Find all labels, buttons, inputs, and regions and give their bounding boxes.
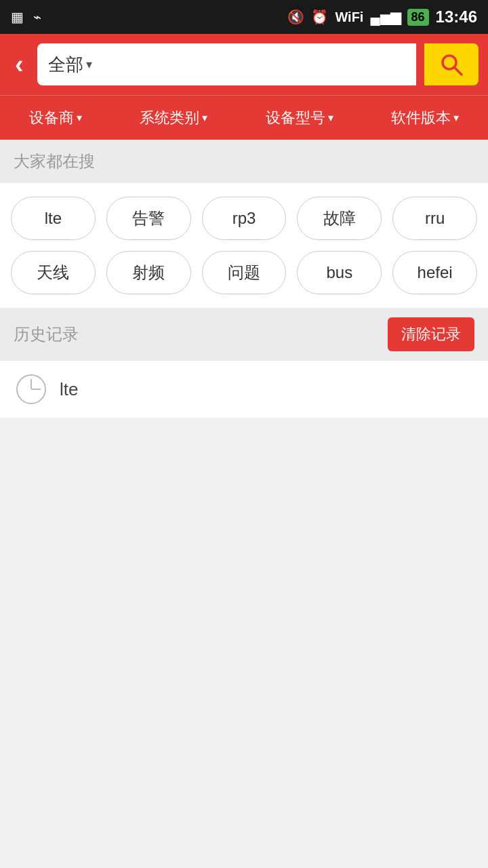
tags-row-2: 天线 射频 问题 bus hefei — [11, 251, 477, 294]
filter-software-version-arrow: ▾ — [453, 111, 459, 124]
tag-rru[interactable]: rru — [392, 197, 477, 240]
bottom-area — [0, 418, 488, 785]
history-list: lte — [0, 361, 488, 418]
history-title: 历史记录 — [14, 323, 79, 345]
filter-system-type-label: 系统类别 — [140, 108, 199, 128]
filter-bar: 设备商 ▾ 系统类别 ▾ 设备型号 ▾ 软件版本 ▾ — [0, 95, 488, 140]
category-dropdown-arrow: ▾ — [86, 57, 92, 72]
back-button[interactable]: ‹ — [9, 49, 29, 80]
wifi-icon: WiFi — [335, 9, 363, 25]
status-bar-left: ▦ ⌁ — [11, 9, 41, 25]
search-box: 全部 ▾ — [37, 43, 416, 85]
battery-box: 86 — [407, 9, 429, 26]
filter-vendor[interactable]: 设备商 ▾ — [22, 102, 89, 134]
filter-device-model-label: 设备型号 — [266, 108, 325, 128]
usb-icon: ⌁ — [33, 9, 41, 25]
filter-vendor-arrow: ▾ — [77, 111, 82, 124]
clear-history-button[interactable]: 清除记录 — [388, 317, 474, 351]
tag-problem[interactable]: 问题 — [202, 251, 287, 294]
search-category-label[interactable]: 全部 ▾ — [48, 53, 92, 77]
tag-antenna[interactable]: 天线 — [11, 251, 96, 294]
tag-frequency[interactable]: 射频 — [106, 251, 191, 294]
tags-container: lte 告警 rp3 故障 rru 天线 射频 问题 bus hefei — [0, 183, 488, 308]
search-input[interactable] — [98, 55, 405, 74]
tag-hefei[interactable]: hefei — [392, 251, 477, 294]
status-bar: ▦ ⌁ 🔇 ⏰ WiFi ▄▅▆ 86 13:46 — [0, 0, 488, 34]
battery-level: 86 — [407, 9, 429, 26]
svg-line-1 — [455, 68, 462, 75]
time-display: 13:46 — [436, 7, 477, 26]
search-button[interactable] — [424, 43, 479, 85]
tag-bus[interactable]: bus — [297, 251, 382, 294]
signal-icon: ▄▅▆ — [370, 9, 400, 25]
filter-device-model-arrow: ▾ — [328, 111, 333, 124]
mute-icon: 🔇 — [287, 9, 304, 25]
popular-section-label: 大家都在搜 — [0, 140, 488, 183]
tag-fault[interactable]: 故障 — [297, 197, 382, 240]
filter-device-model[interactable]: 设备型号 ▾ — [259, 102, 340, 134]
clock-icon — [16, 374, 46, 404]
tag-rp3[interactable]: rp3 — [202, 197, 287, 240]
filter-software-version-label: 软件版本 — [391, 108, 451, 128]
filter-system-type-arrow: ▾ — [202, 111, 207, 124]
alarm-icon: ⏰ — [311, 9, 328, 25]
filter-system-type[interactable]: 系统类别 ▾ — [133, 102, 214, 134]
filter-vendor-label: 设备商 — [29, 108, 74, 128]
header: ‹ 全部 ▾ — [0, 34, 488, 95]
grid-icon: ▦ — [11, 9, 24, 25]
history-section-header: 历史记录 清除记录 — [0, 308, 488, 361]
tags-row-1: lte 告警 rp3 故障 rru — [11, 197, 477, 240]
history-item-text-lte: lte — [60, 379, 78, 400]
history-item-lte[interactable]: lte — [0, 361, 488, 418]
tag-lte[interactable]: lte — [11, 197, 96, 240]
filter-software-version[interactable]: 软件版本 ▾ — [384, 102, 466, 134]
search-icon — [439, 52, 464, 77]
tag-alert[interactable]: 告警 — [106, 197, 191, 240]
status-bar-right: 🔇 ⏰ WiFi ▄▅▆ 86 13:46 — [287, 7, 477, 26]
